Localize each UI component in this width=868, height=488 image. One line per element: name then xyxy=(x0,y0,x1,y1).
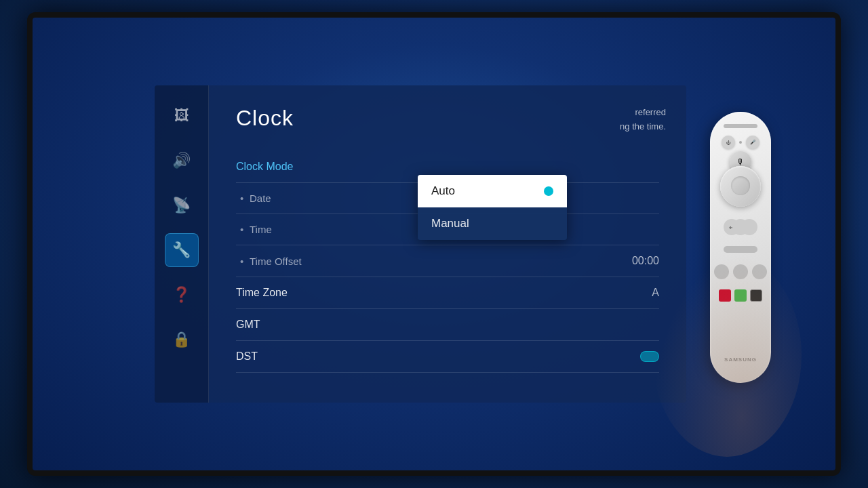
page-title: Clock xyxy=(236,106,659,131)
gmt-label: GMT xyxy=(236,319,260,331)
remote-color-btns xyxy=(719,289,762,302)
sidebar: 🖼 🔊 📡 🔧 ❓ 🔒 xyxy=(155,85,209,403)
remote-btn-3[interactable] xyxy=(752,264,767,279)
remote-mic-btn[interactable]: 🎤 xyxy=(746,136,760,149)
menu-list: Clock Mode Auto Manual xyxy=(236,151,659,373)
broadcast-icon: 📡 xyxy=(172,197,191,214)
dst-toggle[interactable] xyxy=(640,351,659,362)
selected-indicator xyxy=(544,186,553,196)
auto-label: Auto xyxy=(431,184,455,198)
date-label: Date xyxy=(236,192,271,204)
sidebar-item-picture[interactable]: 🖼 xyxy=(165,99,199,133)
clock-mode-dropdown[interactable]: Auto Manual xyxy=(418,175,567,240)
tv-screen: 🖼 🔊 📡 🔧 ❓ 🔒 Cloc xyxy=(33,18,835,470)
time-offset-label: Time Offset xyxy=(236,256,302,267)
menu-item-clock-mode[interactable]: Clock Mode Auto Manual xyxy=(236,151,659,183)
remote-extra-btn[interactable] xyxy=(741,219,757,235)
sidebar-item-broadcast[interactable]: 📡 xyxy=(165,188,199,222)
remote-top-bar xyxy=(724,124,757,128)
remote-ok-btn[interactable] xyxy=(731,176,750,195)
remote-bottom-buttons xyxy=(714,264,767,279)
settings-panel: 🖼 🔊 📡 🔧 ❓ 🔒 Cloc xyxy=(155,85,686,403)
menu-item-gmt[interactable]: GMT xyxy=(236,309,659,341)
remote-green-btn[interactable] xyxy=(734,289,747,302)
time-zone-label: Time Zone xyxy=(236,287,288,299)
remote-btn-1[interactable] xyxy=(714,264,729,279)
remote-dark-btn[interactable] xyxy=(750,289,762,302)
remote-body: ⏻ 🎤 🎙 ↩ xyxy=(710,112,771,383)
support-icon: ❓ xyxy=(172,286,191,304)
tv-frame: 🖼 🔊 📡 🔧 ❓ 🔒 Cloc xyxy=(27,12,841,476)
clock-mode-label: Clock Mode xyxy=(236,161,293,173)
manual-label: Manual xyxy=(431,217,469,230)
privacy-icon: 🔒 xyxy=(172,331,191,348)
remote-mic-area: ⏻ 🎤 xyxy=(722,136,760,149)
dropdown-option-manual[interactable]: Manual xyxy=(418,207,567,240)
sound-icon: 🔊 xyxy=(172,152,191,169)
description-line2: ng the time. xyxy=(620,121,666,131)
main-content: Clock referred ng the time. Clock Mode A… xyxy=(209,85,686,403)
sidebar-item-privacy[interactable]: 🔒 xyxy=(165,323,199,357)
remote-dot xyxy=(739,141,742,144)
remote-btn-2[interactable] xyxy=(733,264,748,279)
menu-item-time-zone[interactable]: Time Zone A xyxy=(236,277,659,309)
menu-item-time-offset[interactable]: Time Offset 00:00 xyxy=(236,245,659,277)
sidebar-item-support[interactable]: ❓ xyxy=(165,278,199,312)
menu-item-dst[interactable]: DST xyxy=(236,341,659,373)
time-zone-value: A xyxy=(652,287,659,299)
description-line1: referred xyxy=(635,107,666,117)
sidebar-item-sound[interactable]: 🔊 xyxy=(165,144,199,178)
general-icon: 🔧 xyxy=(172,241,191,259)
description-text: referred ng the time. xyxy=(620,106,666,134)
time-offset-value: 00:00 xyxy=(632,255,659,267)
remote-volume-bar[interactable] xyxy=(724,246,757,253)
remote-red-btn[interactable] xyxy=(719,289,731,302)
dropdown-option-auto[interactable]: Auto xyxy=(418,175,567,207)
remote-control: ⏻ 🎤 🎙 ↩ xyxy=(686,45,795,450)
remote-brand-label: SAMSUNG xyxy=(724,357,757,363)
remote-power-btn[interactable]: ⏻ xyxy=(722,136,735,149)
dst-label: DST xyxy=(236,350,258,363)
picture-icon: 🖼 xyxy=(174,107,189,125)
sidebar-item-general[interactable]: 🔧 xyxy=(165,233,199,267)
time-label: Time xyxy=(236,224,272,235)
